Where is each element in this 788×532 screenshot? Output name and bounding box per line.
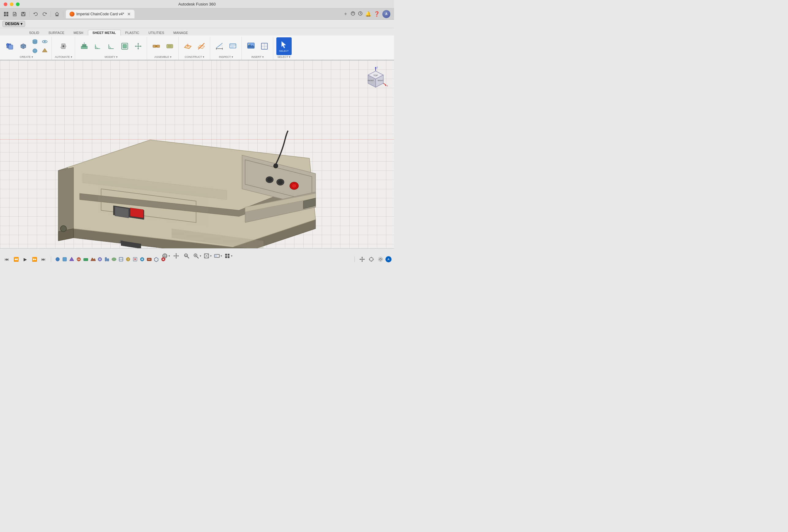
help-icon[interactable]: ❓ (374, 11, 380, 17)
tab-plastic[interactable]: PLASTIC (121, 30, 144, 36)
tab-close-button[interactable]: ✕ (127, 12, 131, 17)
timeline-icon-13[interactable] (139, 256, 145, 263)
create-special[interactable] (40, 46, 49, 55)
design-dropdown-arrow: ▾ (21, 22, 22, 26)
ribbon-content: + (0, 36, 394, 60)
modify-chamfer[interactable] (105, 39, 117, 53)
timeline-icon-7[interactable] (97, 256, 103, 263)
create-torus[interactable] (40, 37, 49, 46)
create-box[interactable] (17, 39, 29, 53)
design-button[interactable]: DESIGN ▾ (2, 21, 25, 27)
inspect-display[interactable] (227, 39, 239, 53)
timeline-icon-2[interactable] (61, 256, 68, 263)
timeline-icon-5[interactable] (82, 256, 89, 263)
insert-image[interactable] (245, 39, 257, 53)
active-tab[interactable]: Imperial ChainCode Card v4* ✕ (66, 10, 135, 18)
svg-rect-3 (6, 14, 8, 16)
create-new-component[interactable]: + (4, 39, 16, 53)
timeline-icon-6[interactable] (90, 256, 96, 263)
create-cylinder[interactable] (31, 37, 39, 46)
maximize-button[interactable] (16, 2, 20, 6)
view-cube[interactable]: TOP RIGHT FRONT Z X (363, 66, 388, 91)
modify-press-pull[interactable] (78, 39, 91, 53)
modify-fillet[interactable] (92, 39, 104, 53)
svg-line-29 (109, 46, 111, 49)
timeline-icon-10[interactable] (118, 256, 124, 263)
tab-title: Imperial ChainCode Card v4* (76, 12, 124, 16)
svg-rect-27 (82, 44, 86, 47)
assemble-rigid[interactable] (164, 39, 176, 53)
notification-icon[interactable]: 🔔 (365, 11, 371, 17)
redo-icon[interactable] (41, 11, 48, 18)
modify-move[interactable] (132, 39, 144, 53)
design-label: DESIGN (5, 22, 19, 26)
assemble-joint[interactable] (150, 39, 162, 53)
svg-point-69 (274, 164, 278, 168)
tab-mesh[interactable]: MESH (69, 30, 88, 36)
select-icons: SELECT (276, 37, 292, 56)
svg-point-25 (62, 45, 64, 47)
add-tab-button[interactable]: ＋ (343, 11, 348, 17)
svg-line-13 (360, 14, 361, 14)
timeline-icon-8[interactable] (103, 256, 110, 263)
select-tool[interactable]: SELECT (276, 37, 292, 55)
close-button[interactable] (4, 2, 7, 6)
automate-label: AUTOMATE ▾ (55, 56, 72, 60)
divider-3 (63, 11, 63, 17)
timeline-icon-12[interactable] (132, 256, 138, 263)
timeline-icon-1[interactable] (54, 256, 61, 263)
svg-point-20 (33, 49, 37, 53)
timeline-icon-15[interactable] (153, 256, 160, 263)
viewport[interactable]: TOP RIGHT FRONT Z X (0, 60, 394, 248)
modify-icons (78, 37, 144, 56)
move-icon-r[interactable] (358, 255, 367, 264)
tab-bar-right: ＋ 🔔 ❓ A (343, 10, 390, 18)
group-construct: CONSTRUCT ▾ (179, 37, 210, 60)
go-start-button[interactable]: ⏮ (2, 255, 11, 264)
inspect-measure[interactable]: ←→ (213, 39, 225, 53)
settings-icon-r[interactable] (376, 255, 385, 264)
apps-icon[interactable] (2, 11, 10, 18)
create-sphere[interactable] (31, 46, 39, 55)
insert-canvas[interactable] (258, 39, 271, 53)
tab-manage[interactable]: MANAGE (169, 30, 193, 36)
timeline-icon-4[interactable] (75, 256, 82, 263)
playback-controls: ⏮ ⏪ ▶ ⏩ ⏭ (0, 254, 394, 265)
svg-point-23 (44, 41, 46, 42)
timeline-icon-3[interactable] (68, 256, 75, 263)
svg-point-40 (155, 45, 157, 47)
tab-sheet-metal[interactable]: SHEET METAL (88, 30, 121, 36)
3d-model (49, 79, 343, 248)
timeline-icon-9[interactable] (111, 256, 117, 263)
play-button[interactable]: ▶ (21, 255, 29, 264)
undo-icon[interactable] (32, 11, 40, 18)
go-end-button[interactable]: ⏭ (39, 255, 48, 264)
tab-solid[interactable]: SOLID (24, 30, 44, 36)
window-controls (4, 2, 20, 6)
automate-tool[interactable] (57, 39, 70, 53)
timeline-icon-16[interactable] (160, 256, 167, 263)
toolbar-area: DESIGN ▾ SOLID SURFACE MESH SHEET METAL … (0, 20, 394, 60)
timeline-right-divider (354, 257, 355, 262)
autodesk-logo: A (386, 256, 392, 262)
minimize-button[interactable] (10, 2, 14, 6)
sync-icon[interactable] (351, 11, 355, 17)
home-icon[interactable] (53, 11, 61, 18)
save-icon[interactable] (20, 11, 27, 18)
step-back-button[interactable]: ⏪ (12, 255, 20, 264)
svg-marker-36 (135, 46, 136, 47)
clock-icon[interactable] (358, 11, 363, 17)
crosshair-icon-r[interactable] (367, 255, 376, 264)
modify-shell[interactable] (119, 39, 131, 53)
group-modify: MODIFY ▾ (76, 37, 147, 60)
construct-plane[interactable] (182, 39, 194, 53)
step-forward-button[interactable]: ⏩ (30, 255, 39, 264)
tab-utilities[interactable]: UTILITIES (144, 30, 169, 36)
user-avatar[interactable]: A (382, 10, 390, 18)
timeline-icon-11[interactable]: T (125, 256, 132, 263)
construct-axis[interactable] (195, 39, 208, 53)
timeline-icon-14[interactable] (146, 256, 153, 263)
new-file-icon[interactable] (11, 11, 18, 18)
tab-surface[interactable]: SURFACE (44, 30, 69, 36)
divider-1 (29, 11, 30, 17)
